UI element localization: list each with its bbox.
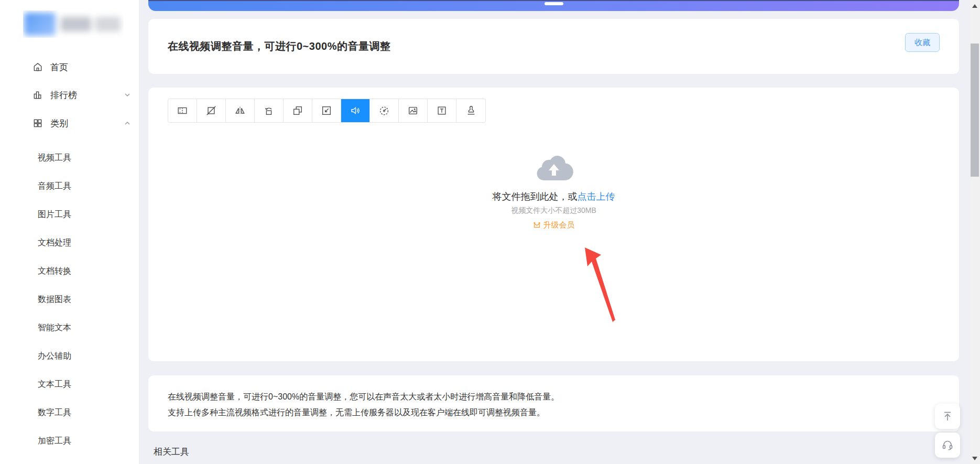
collapse-handle-icon[interactable] [545, 2, 563, 5]
app-logo-blurred[interactable] [23, 10, 124, 38]
home-icon [32, 62, 43, 72]
back-to-top-icon [941, 410, 954, 423]
page-title: 在线视频调整音量，可进行0~300%的音量调整 [168, 19, 390, 74]
sidebar-category-video-tools[interactable]: 视频工具 [38, 149, 122, 167]
page-scrollbar[interactable] [970, 0, 980, 464]
rotate-icon[interactable] [255, 99, 284, 122]
drag-text: 将文件拖到此处，或 [493, 191, 578, 202]
sidebar-item-label: 首页 [50, 61, 68, 73]
clip-icon[interactable] [168, 99, 197, 122]
scrollbar-down-arrow[interactable] [972, 457, 977, 460]
upgrade-member-link[interactable]: 升级会员 [148, 220, 959, 230]
description-line-1: 在线视频调整音量，可进行0~300%的音量调整，您可以在声音太大或者太小时进行增… [168, 389, 559, 405]
sidebar-category-image-tools[interactable]: 图片工具 [38, 206, 122, 223]
sidebar-category-data-chart[interactable]: 数据图表 [38, 290, 122, 308]
sidebar-item-ranking[interactable]: 排行榜 [0, 84, 139, 105]
sidebar-item-category[interactable]: 类别 [0, 113, 139, 134]
upload-instruction: 将文件拖到此处，或点击上传 [148, 190, 959, 203]
favorite-button[interactable]: 收藏 [905, 33, 940, 52]
sidebar-category-audio-tools[interactable]: 音频工具 [38, 177, 122, 195]
sidebar: 首页 排行榜 类别 视频工具 音频工具 图片工具 文档处理 文档转换 数据图表 … [0, 0, 139, 464]
cloud-upload-icon [533, 150, 575, 183]
stamp-icon[interactable] [456, 99, 485, 122]
chevron-up-icon [124, 120, 131, 127]
flip-horizontal-icon[interactable] [226, 99, 255, 122]
app-logo-image [23, 10, 124, 38]
crown-icon [533, 221, 541, 229]
resize-icon[interactable] [284, 99, 312, 122]
sidebar-category-smart-text[interactable]: 智能文本 [38, 319, 122, 337]
description-card: 在线视频调整音量，可进行0~300%的音量调整，您可以在声音太大或者太小时进行增… [148, 375, 959, 431]
chevron-down-icon [124, 91, 131, 99]
customer-service-button[interactable] [935, 433, 960, 458]
sidebar-category-number-tools[interactable]: 数字工具 [38, 404, 122, 422]
upload-dropzone[interactable]: 将文件拖到此处，或点击上传 视频文件大小不超过30MB 升级会员 [148, 150, 959, 308]
scrollbar-thumb[interactable] [971, 44, 979, 177]
description-line-2: 支持上传多种主流视频格式进行的音量调整，无需上传服务器以及现在客户端在线即可调整… [168, 405, 559, 420]
category-icon [32, 118, 43, 128]
click-upload-link[interactable]: 点击上传 [578, 191, 615, 202]
sidebar-category-encrypt-tools[interactable]: 加密工具 [38, 432, 122, 450]
tool-switch-toolbar [168, 99, 486, 123]
sidebar-category-text-tools[interactable]: 文本工具 [38, 375, 122, 393]
tool-card: 将文件拖到此处，或点击上传 视频文件大小不超过30MB 升级会员 [148, 88, 959, 361]
related-tools-heading: 相关工具 [154, 446, 189, 458]
headset-icon [941, 439, 954, 451]
title-card: 在线视频调整音量，可进行0~300%的音量调整 收藏 [148, 19, 959, 74]
tool-description: 在线视频调整音量，可进行0~300%的音量调整，您可以在声音太大或者太小时进行增… [168, 389, 559, 420]
volume-icon[interactable] [341, 99, 370, 122]
text-icon[interactable] [428, 99, 456, 122]
scrollbar-up-arrow[interactable] [972, 4, 977, 8]
upload-size-hint: 视频文件大小不超过30MB [148, 206, 959, 215]
ranking-icon [32, 90, 43, 100]
scale-icon[interactable] [312, 99, 341, 122]
image-watermark-icon[interactable] [399, 99, 428, 122]
sidebar-item-label: 类别 [50, 117, 68, 130]
sidebar-category-doc-process[interactable]: 文档处理 [38, 234, 122, 252]
sidebar-category-office-assist[interactable]: 办公辅助 [38, 347, 122, 365]
sidebar-category-doc-convert[interactable]: 文档转换 [38, 262, 122, 280]
sidebar-item-label: 排行榜 [50, 89, 77, 101]
upgrade-member-label: 升级会员 [543, 220, 575, 230]
crop-icon[interactable] [197, 99, 226, 122]
speed-icon[interactable] [370, 99, 399, 122]
top-banner-bar [148, 0, 959, 11]
back-to-top-button[interactable] [935, 404, 960, 429]
sidebar-item-home[interactable]: 首页 [0, 57, 139, 78]
